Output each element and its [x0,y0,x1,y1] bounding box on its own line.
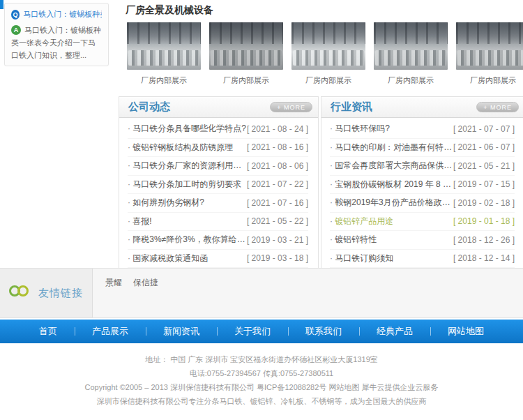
friend-links-label-cell: 友情链接 [0,269,93,317]
news-item[interactable]: 如何辨别伪劣钢材? [ 2021 - 07 - 16 ] [128,194,308,213]
gallery-caption: 厂房内部展示 [209,75,283,86]
news-item-title[interactable]: 鞍钢2019年3月份产品价格政策调整... [330,197,453,209]
qa-question-row[interactable]: Q 马口铁入门：镀锡板种类... [11,9,102,20]
qa-question-link[interactable]: 马口铁入门：镀锡板种类... [23,9,102,20]
news-item-title[interactable]: 如何辨别伪劣钢材? [128,197,204,209]
gallery-caption: 厂房内部展示 [374,75,448,86]
news-item-title[interactable]: 镀铝锌产品用途 [330,216,393,227]
news-item-date: [ 2021 - 06 - 07 ] [453,142,515,152]
news-item-date: [ 2018 - 12 - 26 ] [453,235,515,245]
news-item-date: [ 2021 - 07 - 22 ] [247,179,308,189]
news-item[interactable]: 马口铁分条具备哪些化学特点? [ 2021 - 08 - 24 ] [128,120,308,139]
viewport-edge-remnant [0,0,3,9]
news-item-date: [ 2019 - 03 - 21 ] [247,235,308,245]
news-item-date: [ 2019 - 02 - 18 ] [453,198,515,208]
factory-photo[interactable] [209,22,283,70]
nav-link[interactable]: 关于我们 [217,325,288,338]
news-item-title[interactable]: 马口铁环保吗? [330,123,390,135]
factory-photo[interactable] [291,22,365,70]
gallery-title: 厂房全景及机械设备 [126,4,523,17]
nav-link[interactable]: 联系我们 [288,325,359,338]
news-item-title[interactable]: 国家减税政策通知函 [128,253,208,264]
friend-link[interactable]: 景耀 [105,278,122,287]
news-item[interactable]: 喜报! [ 2021 - 05 - 22 ] [128,213,308,232]
bottom-nav: 首页产品展示新闻资讯关于我们联系我们经典产品网站地图 [0,320,523,343]
news-item-date: [ 2021 - 08 - 06 ] [247,161,308,171]
footer-slogan: 深圳市保信捷科技有限公司专注分条马口铁、镀铝锌、冷轧板、不锈钢等，成为全国最大的… [0,394,523,408]
news-item-title[interactable]: 镀铝锌钢板结构及防锈原理 [128,142,233,153]
qa-answer-text: 马口铁入门：镀锡板种类一张表今天介绍一下马口铁入门知识，整理... [11,26,101,59]
news-item-date: [ 2021 - 08 - 16 ] [247,142,308,152]
company-news-title: 公司动态 [128,100,170,114]
news-item[interactable]: 镀铝锌特性 [ 2018 - 12 - 26 ] [330,231,515,250]
news-item-date: [ 2018 - 12 - 14 ] [453,253,515,263]
question-badge-icon: Q [11,10,20,20]
news-item[interactable]: 马口铁订购须知 [ 2018 - 12 - 14 ] [330,250,515,269]
friend-links-bar: 友情链接 景耀保信捷 [0,268,523,318]
footer-copyright: Copyright ©2005 – 2013 深圳保信捷科技有限公司 粤ICP备… [0,380,523,394]
news-item-date: [ 2019 - 07 - 15 ] [453,179,515,189]
news-item[interactable]: 鞍钢2019年3月份产品价格政策调整... [ 2019 - 02 - 18 ] [330,194,515,213]
news-item-title[interactable]: 宝钢股份碳钢板材 2019 年 8 月份国... [330,179,453,190]
footer-address: 地址： 中国 广东 深圳市 宝安区福永街道办怀德社区彬业大厦1319室 [0,352,523,366]
industry-news-header: 行业资讯 + MORE [321,97,523,118]
answer-badge-icon: A [11,25,21,35]
news-item[interactable]: 镀铝锌钢板结构及防锈原理 [ 2021 - 08 - 16 ] [128,139,308,158]
nav-link[interactable]: 首页 [22,325,75,338]
gallery-caption: 厂房内部展示 [291,75,365,86]
news-item-date: [ 2021 - 07 - 07 ] [453,124,515,134]
news-item-date: [ 2021 - 08 - 24 ] [247,124,308,134]
news-item-title[interactable]: 马口铁分条加工时的剪切要求 [128,179,241,190]
gallery-caption: 厂房内部展示 [127,75,201,86]
news-item[interactable]: 马口铁环保吗? [ 2021 - 07 - 07 ] [330,120,515,139]
links-rings-icon [9,285,33,301]
news-item-title[interactable]: 降税3%≠降价3%，教你算给客户看 [128,234,247,246]
news-item-date: [ 2021 - 05 - 21 ] [453,161,515,171]
industry-more-button[interactable]: + MORE [476,102,519,112]
news-item-title[interactable]: 马口铁的印刷：对油墨有何特殊要求 [330,142,453,153]
news-item-title[interactable]: 国常会再度部署大宗商品保供稳价 [330,160,453,172]
news-item[interactable]: 马口铁分条厂家的资源利用率如何? [ 2021 - 08 - 06 ] [128,157,308,176]
qa-answer-row: A马口铁入门：镀锡板种类一张表今天介绍一下马口铁入门知识，整理... [11,24,102,61]
gallery-item[interactable]: 厂房内部展示 [456,22,523,86]
news-item-title[interactable]: 镀铝锌特性 [330,234,377,246]
news-item-date: [ 2019 - 01 - 18 ] [453,216,515,226]
gallery-item[interactable]: 厂房内部展示 [127,22,201,86]
nav-link[interactable]: 网站地图 [430,325,501,338]
friend-links-title: 友情链接 [38,287,83,300]
factory-photo[interactable] [456,22,523,70]
news-item[interactable]: 国常会再度部署大宗商品保供稳价 [ 2021 - 05 - 21 ] [330,157,515,176]
news-item[interactable]: 国家减税政策通知函 [ 2019 - 03 - 18 ] [128,250,308,269]
news-item[interactable]: 马口铁分条加工时的剪切要求 [ 2021 - 07 - 22 ] [128,176,308,195]
news-item[interactable]: 降税3%≠降价3%，教你算给客户看 [ 2019 - 03 - 21 ] [128,231,308,250]
nav-link[interactable]: 经典产品 [359,325,430,338]
news-item-title[interactable]: 马口铁分条厂家的资源利用率如何? [128,160,247,172]
company-more-button[interactable]: + MORE [270,102,312,112]
news-item-title[interactable]: 喜报! [128,216,152,227]
gallery-item[interactable]: 厂房内部展示 [291,22,365,86]
industry-news-title: 行业资讯 [331,100,372,114]
news-item-title[interactable]: 马口铁订购须知 [330,253,393,264]
news-item[interactable]: 宝钢股份碳钢板材 2019 年 8 月份国... [ 2019 - 07 - 1… [330,176,515,195]
gallery-caption: 厂房内部展示 [456,75,523,86]
news-item-date: [ 2019 - 03 - 18 ] [247,253,308,263]
page-root: Q 马口铁入门：镀锡板种类... A马口铁入门：镀锡板种类一张表今天介绍一下马口… [0,0,523,420]
friend-link[interactable]: 保信捷 [133,278,158,287]
factory-photo[interactable] [127,22,201,70]
factory-photo[interactable] [374,22,448,70]
gallery-item[interactable]: 厂房内部展示 [209,22,283,86]
news-item[interactable]: 镀铝锌产品用途 [ 2019 - 01 - 18 ] [330,213,515,232]
footer: 地址： 中国 广东 深圳市 宝安区福永街道办怀德社区彬业大厦1319室 电话:0… [0,343,523,408]
gallery-item[interactable]: 厂房内部展示 [374,22,448,86]
news-item-title[interactable]: 马口铁分条具备哪些化学特点? [128,123,246,135]
news-item[interactable]: 马口铁的印刷：对油墨有何特殊要求 [ 2021 - 06 - 07 ] [330,139,515,158]
nav-link[interactable]: 产品展示 [75,325,146,338]
nav-link[interactable]: 新闻资讯 [146,325,217,338]
qa-widget: Q 马口铁入门：镀锡板种类... A马口铁入门：镀锡板种类一张表今天介绍一下马口… [4,3,109,66]
friend-links-list: 景耀保信捷 [93,269,523,317]
factory-gallery: 厂房内部展示 厂房内部展示 厂房内部展示 [127,22,523,86]
footer-phone: 电话:0755-27394567 传真:0755-27380511 [0,366,523,380]
news-item-date: [ 2021 - 05 - 22 ] [247,216,308,226]
company-news-header: 公司动态 + MORE [119,97,318,118]
news-item-date: [ 2021 - 07 - 16 ] [247,198,308,208]
